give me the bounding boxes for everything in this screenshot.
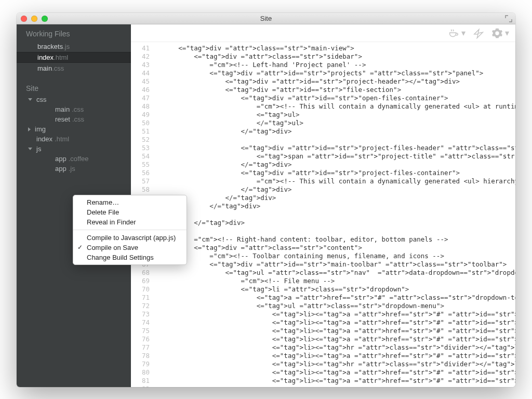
coffee-cup-icon[interactable] bbox=[448, 28, 459, 39]
gear-icon[interactable] bbox=[491, 28, 503, 39]
tree-file[interactable]: main.css bbox=[17, 104, 131, 114]
working-files-list: brackets.jsindex.htmlmain.css bbox=[17, 41, 131, 74]
working-files-header: Working Files bbox=[17, 24, 131, 41]
code-area[interactable]: 41 42 43 44 45 46 47 48 49 50 51 52 53 5… bbox=[131, 42, 515, 387]
menu-separator bbox=[73, 230, 187, 230]
chevron-right-icon[interactable] bbox=[28, 127, 31, 131]
titlebar[interactable]: Site bbox=[17, 13, 515, 24]
context-menu-item[interactable]: Reveal in Finder bbox=[73, 217, 187, 227]
chevron-down-icon[interactable]: ▾ bbox=[505, 28, 509, 38]
chevron-down-icon[interactable] bbox=[28, 98, 32, 101]
app-window: Site Working Files brackets.jsindex.html… bbox=[17, 13, 515, 387]
tree-file[interactable]: app.js bbox=[17, 164, 131, 174]
file-tree: cssmain.cssreset.cssimgindex.htmljsapp.c… bbox=[17, 95, 131, 174]
tree-file[interactable]: reset.css bbox=[17, 114, 131, 124]
working-file-item[interactable]: index.html bbox=[17, 52, 131, 63]
tree-file[interactable]: index.html bbox=[17, 134, 131, 144]
tree-folder[interactable]: img bbox=[17, 124, 131, 134]
project-header: Site bbox=[17, 74, 131, 95]
code-text[interactable]: <="tag">div ="attr">class=="str">"main-v… bbox=[155, 42, 515, 387]
window-title: Site bbox=[17, 15, 515, 22]
context-menu-item[interactable]: Rename… bbox=[73, 197, 187, 207]
working-file-item[interactable]: main.css bbox=[17, 63, 131, 74]
context-menu-item[interactable]: Compile to Javascript (app.js) bbox=[73, 233, 187, 243]
chevron-down-icon[interactable] bbox=[28, 148, 32, 150]
working-file-item[interactable]: brackets.js bbox=[17, 41, 131, 52]
context-menu-item[interactable]: Change Build Settings bbox=[73, 252, 187, 262]
fullscreen-icon[interactable] bbox=[505, 15, 512, 22]
tree-folder[interactable]: css bbox=[17, 95, 131, 104]
chevron-down-icon[interactable]: ▾ bbox=[461, 28, 466, 38]
context-menu-item[interactable]: Compile on Save bbox=[73, 243, 187, 252]
editor-area: ▾ ▾ 41 42 43 44 45 46 47 48 49 50 51 52 … bbox=[131, 24, 515, 387]
lightning-icon[interactable] bbox=[473, 28, 484, 39]
context-menu-item[interactable]: Delete File bbox=[73, 207, 187, 217]
tree-folder[interactable]: js bbox=[17, 144, 131, 154]
context-menu[interactable]: Rename…Delete FileReveal in FinderCompil… bbox=[73, 195, 187, 265]
tree-file[interactable]: app.coffee bbox=[17, 154, 131, 164]
editor-toolbar: ▾ ▾ bbox=[131, 24, 515, 42]
